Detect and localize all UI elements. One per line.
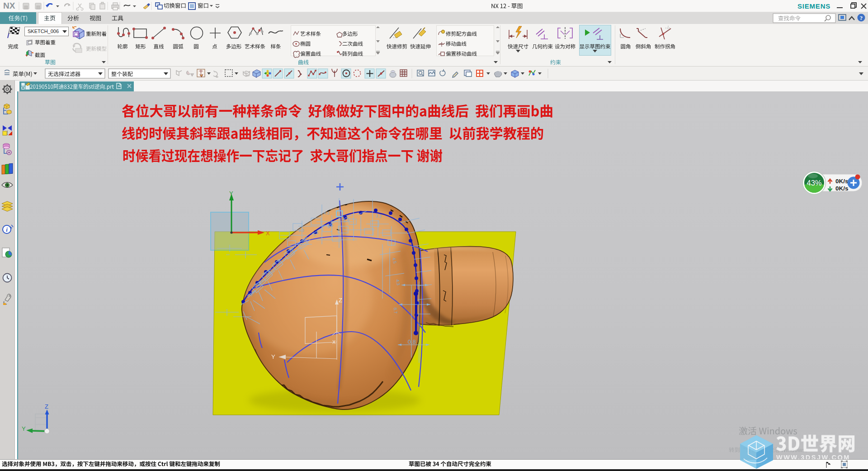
svg-text:4.3: 4.3 — [324, 211, 330, 215]
svg-text:X: X — [332, 339, 336, 345]
svg-text:3.3: 3.3 — [375, 213, 382, 219]
svg-text:1.3: 1.3 — [298, 228, 304, 233]
svg-text:4.3: 4.3 — [395, 279, 401, 285]
svg-text:Y: Y — [271, 353, 275, 360]
svg-text:Y: Y — [22, 425, 26, 432]
svg-text:NX: NX — [3, 1, 15, 10]
svg-text:Y: Y — [229, 190, 233, 197]
svg-text:?: ? — [860, 14, 863, 21]
svg-text:8.7: 8.7 — [393, 307, 398, 314]
svg-text:SIEMENS: SIEMENS — [797, 2, 830, 10]
svg-text:i: i — [6, 226, 8, 233]
svg-text:0.8: 0.8 — [408, 338, 416, 345]
svg-text:0K/s: 0K/s — [835, 178, 849, 185]
svg-text:Z: Z — [339, 297, 342, 304]
svg-text:Z: Z — [45, 403, 48, 410]
svg-text:X: X — [266, 230, 270, 237]
svg-text:43%: 43% — [807, 179, 821, 187]
svg-text:0K/s: 0K/s — [835, 185, 849, 192]
